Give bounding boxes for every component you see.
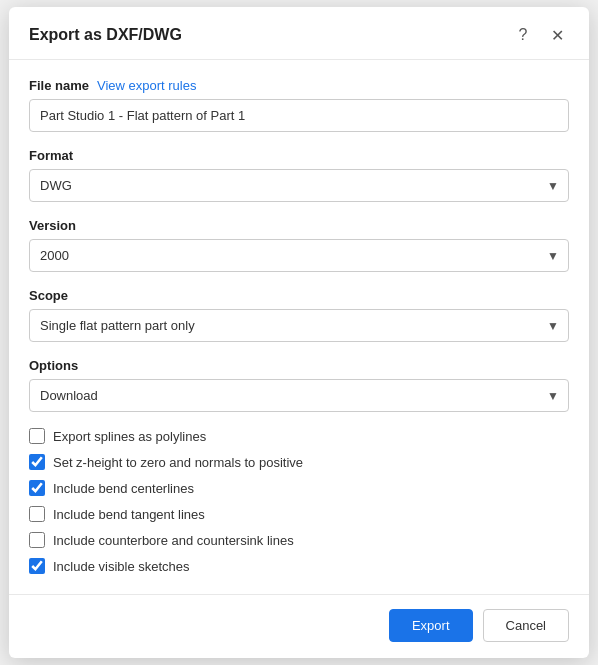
dialog-header: Export as DXF/DWG ? ✕ [9, 7, 589, 60]
scope-group: Scope Single flat pattern part only All … [29, 288, 569, 342]
checkbox-item-z-height[interactable]: Set z-height to zero and normals to posi… [29, 454, 569, 470]
checkbox-item-counterbore[interactable]: Include counterbore and countersink line… [29, 532, 569, 548]
version-label: Version [29, 218, 569, 233]
help-button[interactable]: ? [511, 23, 535, 47]
checkbox-group: Export splines as polylines Set z-height… [29, 428, 569, 574]
close-icon: ✕ [551, 26, 564, 45]
cancel-button[interactable]: Cancel [483, 609, 569, 642]
file-name-group: File name View export rules [29, 78, 569, 132]
close-button[interactable]: ✕ [545, 23, 569, 47]
dialog-title: Export as DXF/DWG [29, 26, 182, 44]
checkbox-item-bend-centerlines[interactable]: Include bend centerlines [29, 480, 569, 496]
visible-sketches-checkbox[interactable] [29, 558, 45, 574]
download-select-wrapper: Download Open in viewer ▼ [29, 379, 569, 412]
file-name-input[interactable] [29, 99, 569, 132]
view-export-rules-link[interactable]: View export rules [97, 78, 196, 93]
dialog-body: File name View export rules Format DWG D… [9, 60, 589, 594]
scope-select-wrapper: Single flat pattern part only All parts … [29, 309, 569, 342]
export-splines-label: Export splines as polylines [53, 429, 206, 444]
counterbore-label: Include counterbore and countersink line… [53, 533, 294, 548]
bend-centerlines-checkbox[interactable] [29, 480, 45, 496]
help-icon: ? [519, 26, 528, 44]
version-select-wrapper: 2000 2004 2007 2010 2013 2016 ▼ [29, 239, 569, 272]
export-splines-checkbox[interactable] [29, 428, 45, 444]
options-label: Options [29, 358, 569, 373]
format-select[interactable]: DWG DXF [29, 169, 569, 202]
bend-tangent-checkbox[interactable] [29, 506, 45, 522]
bend-centerlines-label: Include bend centerlines [53, 481, 194, 496]
checkbox-item-visible-sketches[interactable]: Include visible sketches [29, 558, 569, 574]
file-name-label: File name View export rules [29, 78, 569, 93]
scope-select[interactable]: Single flat pattern part only All parts [29, 309, 569, 342]
format-group: Format DWG DXF ▼ [29, 148, 569, 202]
export-dialog: Export as DXF/DWG ? ✕ File name View exp… [9, 7, 589, 658]
format-select-wrapper: DWG DXF ▼ [29, 169, 569, 202]
version-select[interactable]: 2000 2004 2007 2010 2013 2016 [29, 239, 569, 272]
download-select[interactable]: Download Open in viewer [29, 379, 569, 412]
scope-label: Scope [29, 288, 569, 303]
export-button[interactable]: Export [389, 609, 473, 642]
header-icons: ? ✕ [511, 23, 569, 47]
bend-tangent-label: Include bend tangent lines [53, 507, 205, 522]
checkbox-item-bend-tangent[interactable]: Include bend tangent lines [29, 506, 569, 522]
checkbox-item-export-splines[interactable]: Export splines as polylines [29, 428, 569, 444]
download-group: Download Open in viewer ▼ [29, 379, 569, 412]
dialog-footer: Export Cancel [9, 594, 589, 658]
visible-sketches-label: Include visible sketches [53, 559, 190, 574]
options-section: Options Download Open in viewer ▼ Export… [29, 358, 569, 574]
z-height-label: Set z-height to zero and normals to posi… [53, 455, 303, 470]
version-group: Version 2000 2004 2007 2010 2013 2016 ▼ [29, 218, 569, 272]
format-label: Format [29, 148, 569, 163]
z-height-checkbox[interactable] [29, 454, 45, 470]
counterbore-checkbox[interactable] [29, 532, 45, 548]
